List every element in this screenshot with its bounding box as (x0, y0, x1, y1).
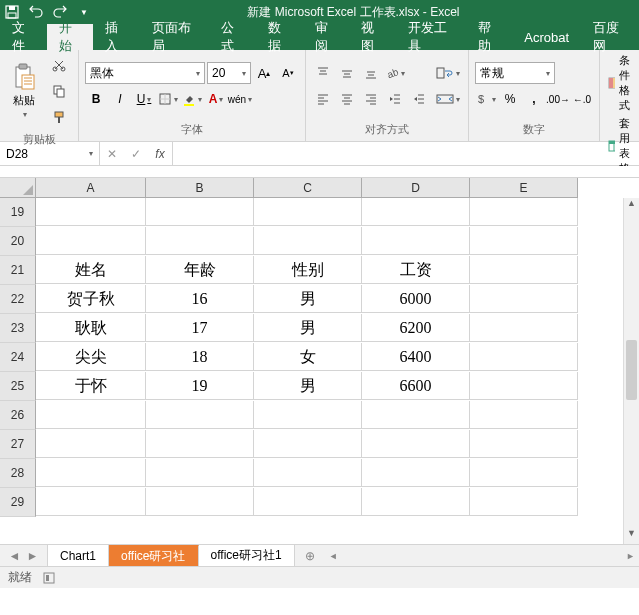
align-center-button[interactable] (336, 88, 358, 110)
cell-E28[interactable] (470, 459, 578, 487)
col-header-D[interactable]: D (362, 178, 470, 198)
font-size-combo[interactable]: 20▾ (207, 62, 251, 84)
bold-button[interactable]: B (85, 88, 107, 110)
cell-E26[interactable] (470, 401, 578, 429)
cell-D23[interactable]: 6200 (362, 314, 470, 342)
cell-B29[interactable] (146, 488, 254, 516)
row-header-27[interactable]: 27 (0, 430, 36, 459)
cell-A27[interactable] (36, 430, 146, 458)
row-header-21[interactable]: 21 (0, 256, 36, 285)
enter-formula-icon[interactable]: ✓ (124, 147, 148, 161)
scroll-down-icon[interactable]: ▼ (624, 528, 639, 544)
row-header-25[interactable]: 25 (0, 372, 36, 401)
cell-E25[interactable] (470, 372, 578, 400)
spreadsheet-grid[interactable]: A B C D E 192021姓名年龄性别工资22贺子秋16男600023耿耿… (0, 178, 639, 517)
cell-B22[interactable]: 16 (146, 285, 254, 313)
sheet-tab-office2[interactable]: office研习社1 (199, 545, 295, 566)
tab-help[interactable]: 帮助 (466, 24, 513, 50)
col-header-C[interactable]: C (254, 178, 362, 198)
scroll-up-icon[interactable]: ▲ (624, 198, 639, 214)
decrease-font-button[interactable]: A▾ (277, 62, 299, 84)
sheet-tab-chart1[interactable]: Chart1 (48, 545, 109, 566)
phonetic-button[interactable]: wén▾ (229, 88, 251, 110)
conditional-format-button[interactable]: 条件格式 (606, 52, 639, 114)
cell-C27[interactable] (254, 430, 362, 458)
cut-button[interactable] (48, 54, 70, 76)
cell-D29[interactable] (362, 488, 470, 516)
cell-A26[interactable] (36, 401, 146, 429)
merge-button[interactable]: ▾ (434, 88, 462, 110)
cell-A24[interactable]: 尖尖 (36, 343, 146, 371)
cell-E19[interactable] (470, 198, 578, 226)
italic-button[interactable]: I (109, 88, 131, 110)
cell-B19[interactable] (146, 198, 254, 226)
tab-baidu[interactable]: 百度网 (581, 24, 639, 50)
underline-button[interactable]: U▾ (133, 88, 155, 110)
increase-decimal-button[interactable]: .00→ (547, 88, 569, 110)
decrease-decimal-button[interactable]: ←.0 (571, 88, 593, 110)
wrap-text-button[interactable]: ▾ (434, 62, 462, 84)
cell-A22[interactable]: 贺子秋 (36, 285, 146, 313)
cell-D20[interactable] (362, 227, 470, 255)
increase-indent-button[interactable] (408, 88, 430, 110)
orientation-button[interactable]: ab▾ (384, 62, 406, 84)
cell-D26[interactable] (362, 401, 470, 429)
cell-D22[interactable]: 6000 (362, 285, 470, 313)
cell-E20[interactable] (470, 227, 578, 255)
tab-acrobat[interactable]: Acrobat (512, 24, 581, 50)
cell-C22[interactable]: 男 (254, 285, 362, 313)
align-left-button[interactable] (312, 88, 334, 110)
cell-B20[interactable] (146, 227, 254, 255)
cell-E23[interactable] (470, 314, 578, 342)
tab-page-layout[interactable]: 页面布局 (140, 24, 209, 50)
font-color-button[interactable]: A▾ (205, 88, 227, 110)
increase-font-button[interactable]: A▴ (253, 62, 275, 84)
cell-E22[interactable] (470, 285, 578, 313)
fx-icon[interactable]: fx (148, 147, 172, 161)
cell-D25[interactable]: 6600 (362, 372, 470, 400)
cell-D19[interactable] (362, 198, 470, 226)
cell-C19[interactable] (254, 198, 362, 226)
font-name-combo[interactable]: 黑体▾ (85, 62, 205, 84)
tab-review[interactable]: 审阅 (303, 24, 350, 50)
select-all-corner[interactable] (0, 178, 36, 198)
cell-E21[interactable] (470, 256, 578, 284)
col-header-E[interactable]: E (470, 178, 578, 198)
copy-button[interactable] (48, 80, 70, 102)
cell-D24[interactable]: 6400 (362, 343, 470, 371)
border-button[interactable]: ▾ (157, 88, 179, 110)
row-header-24[interactable]: 24 (0, 343, 36, 372)
name-box[interactable]: D28 ▾ (0, 142, 100, 165)
cell-A19[interactable] (36, 198, 146, 226)
cell-D27[interactable] (362, 430, 470, 458)
row-header-26[interactable]: 26 (0, 401, 36, 430)
row-header-22[interactable]: 22 (0, 285, 36, 314)
tab-home[interactable]: 开始 (47, 24, 94, 50)
cell-C26[interactable] (254, 401, 362, 429)
tab-formulas[interactable]: 公式 (209, 24, 256, 50)
cell-A20[interactable] (36, 227, 146, 255)
tab-data[interactable]: 数据 (256, 24, 303, 50)
cell-C29[interactable] (254, 488, 362, 516)
vertical-scrollbar[interactable]: ▲ ▼ (623, 198, 639, 544)
col-header-A[interactable]: A (36, 178, 146, 198)
row-header-23[interactable]: 23 (0, 314, 36, 343)
formula-input[interactable] (173, 142, 639, 165)
qat-customize-icon[interactable]: ▼ (76, 4, 92, 20)
align-top-button[interactable] (312, 62, 334, 84)
cell-E29[interactable] (470, 488, 578, 516)
cancel-formula-icon[interactable]: ✕ (100, 147, 124, 161)
paste-button[interactable]: 粘贴 ▾ (6, 61, 42, 121)
scroll-thumb[interactable] (626, 340, 637, 400)
cell-B26[interactable] (146, 401, 254, 429)
row-header-20[interactable]: 20 (0, 227, 36, 256)
align-bottom-button[interactable] (360, 62, 382, 84)
cell-A21[interactable]: 姓名 (36, 256, 146, 284)
tab-file[interactable]: 文件 (0, 24, 47, 50)
redo-icon[interactable] (52, 4, 68, 20)
save-icon[interactable] (4, 4, 20, 20)
cell-A23[interactable]: 耿耿 (36, 314, 146, 342)
cell-E24[interactable] (470, 343, 578, 371)
format-painter-button[interactable] (48, 106, 70, 128)
cell-D28[interactable] (362, 459, 470, 487)
